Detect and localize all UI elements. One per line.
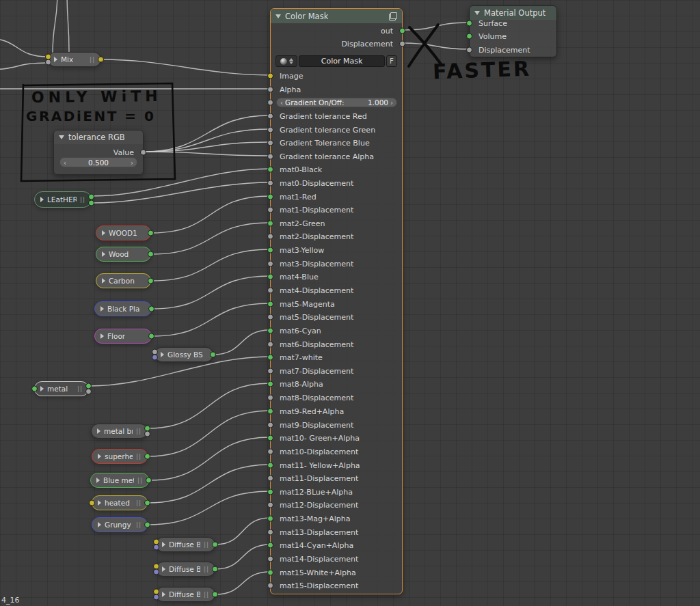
input-socket[interactable] [267,87,273,93]
collapse-arrow-icon[interactable] [98,500,101,506]
slider-increment-icon[interactable] [390,98,393,107]
collapse-arrow-icon[interactable] [102,230,105,236]
input-socket[interactable] [267,422,273,428]
pill-node-diffuse-b[interactable]: Diffuse B [156,587,215,602]
input-socket[interactable] [267,409,273,415]
input-socket[interactable] [267,556,273,562]
input-socket[interactable] [267,127,273,133]
pill-socket[interactable] [144,500,150,506]
collapse-arrow-icon[interactable] [40,197,44,202]
pill-socket[interactable] [144,431,150,437]
collapse-arrow-icon[interactable] [96,478,100,483]
input-socket[interactable] [267,301,273,307]
collapse-arrow-icon[interactable] [162,542,165,547]
pill-node-black-pla[interactable]: Black Pla [94,301,152,316]
input-socket[interactable] [267,140,273,146]
pill-socket[interactable] [212,592,218,598]
pill-socket[interactable] [144,454,150,460]
input-socket[interactable] [267,328,273,334]
pill-node-diffuse-b[interactable]: Diffuse B [156,537,215,552]
pill-socket[interactable] [89,500,95,506]
input-socket[interactable] [267,247,273,253]
value-output-socket[interactable] [140,150,146,156]
collapse-arrow-icon[interactable] [162,566,165,572]
pill-node-floor[interactable]: Floor [94,329,152,344]
input-socket[interactable] [267,274,273,280]
input-socket[interactable] [267,529,273,536]
slider-decrement-icon[interactable] [280,98,283,107]
collapse-arrow-icon[interactable] [100,333,104,339]
pill-socket[interactable] [45,59,51,66]
input-socket[interactable] [267,463,273,469]
pill-node-carbon[interactable]: Carbon [96,273,151,288]
pill-socket[interactable] [85,389,92,395]
input-socket[interactable] [267,180,273,187]
slider-increment-icon[interactable] [131,159,133,167]
input-socket[interactable] [267,489,273,495]
pill-socket[interactable] [152,355,158,361]
pill-node-wood[interactable]: Wood [96,247,151,262]
input-socket[interactable] [267,502,273,508]
collapse-arrow-icon[interactable] [54,57,57,62]
collapse-arrow-icon[interactable] [98,522,101,527]
pill-node-mix[interactable]: Mix [48,52,101,67]
output-socket[interactable] [399,28,405,34]
input-socket[interactable] [267,583,273,589]
input-socket[interactable] [466,47,472,53]
pill-node-wood1[interactable]: WOOD1 [96,225,151,240]
collapse-arrow-icon[interactable] [98,454,101,459]
pill-socket[interactable] [153,569,159,575]
pill-node-diffuse-b[interactable]: Diffuse B [156,562,215,577]
pill-socket[interactable] [148,251,154,258]
input-socket[interactable] [267,476,273,482]
pill-node-glossy-bs[interactable]: Glossy BS [154,347,213,362]
collapse-arrow-icon[interactable] [102,278,105,284]
collapse-arrow-icon[interactable] [40,386,44,391]
input-socket[interactable] [267,516,273,522]
input-socket[interactable] [267,342,273,348]
collapse-arrow-icon[interactable] [162,592,165,597]
collapse-arrow-icon[interactable] [100,306,104,312]
pill-socket[interactable] [98,57,104,63]
nodetree-browse-button[interactable] [275,55,297,67]
pill-socket[interactable] [148,278,154,284]
pill-socket[interactable] [212,566,218,573]
input-socket[interactable] [267,167,273,173]
input-socket[interactable] [267,314,273,320]
input-socket[interactable] [267,288,273,294]
fake-user-button[interactable]: F [386,55,397,67]
collapse-arrow-icon[interactable] [97,428,100,434]
tolerance-value-slider[interactable]: 0.500 [59,157,137,167]
pill-node-blue-metal[interactable]: Blue metal [90,473,149,488]
input-socket[interactable] [267,234,273,240]
input-socket[interactable] [267,355,273,361]
pill-socket[interactable] [153,594,159,601]
tolerance-rgb-node[interactable]: tolerance RGB Value 0.500 [53,130,144,175]
input-socket[interactable] [267,449,273,455]
nodetree-name-input[interactable]: Color Mask [299,55,385,67]
material-output-node[interactable]: Material Output SurfaceVolumeDisplacemen… [469,5,557,57]
pill-socket[interactable] [144,522,150,528]
pill-socket[interactable] [148,230,154,236]
pill-node-metal[interactable]: metal [34,381,89,396]
input-socket[interactable] [267,381,273,387]
input-socket[interactable] [267,154,273,160]
input-socket[interactable] [267,395,273,401]
input-socket[interactable] [267,542,273,549]
input-socket[interactable] [267,207,273,213]
input-socket[interactable] [267,570,273,576]
input-socket[interactable] [267,221,273,227]
tolerance-rgb-header[interactable]: tolerance RGB [54,130,143,144]
pill-socket[interactable] [146,478,152,484]
pill-node-heated-m[interactable]: heated m [92,495,148,510]
pill-socket[interactable] [148,306,154,312]
input-socket[interactable] [267,368,273,374]
output-socket[interactable] [399,41,405,47]
pill-socket[interactable] [88,199,94,206]
input-socket[interactable] [267,73,273,79]
pill-socket[interactable] [148,333,154,340]
pill-node-superhero[interactable]: superhero [92,449,148,464]
collapse-arrow-icon[interactable] [59,135,64,139]
input-socket[interactable] [466,20,472,27]
pill-node-grungy-m[interactable]: Grungy m [92,517,148,532]
